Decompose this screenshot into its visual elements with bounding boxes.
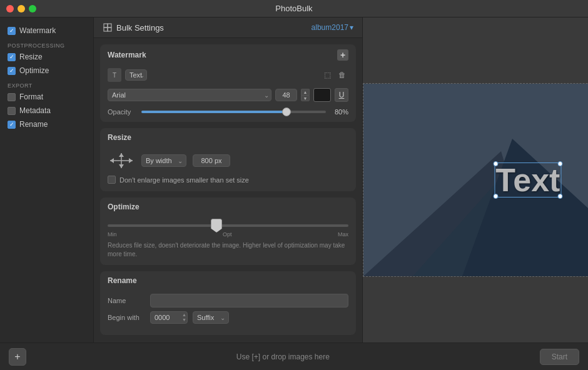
start-button[interactable]: Start bbox=[540, 349, 579, 365]
watermark-label: Watermark bbox=[19, 26, 56, 35]
svg-rect-0 bbox=[104, 24, 108, 28]
svg-marker-7 bbox=[129, 158, 133, 163]
svg-rect-3 bbox=[108, 28, 111, 31]
sidebar-item-resize[interactable]: Resize bbox=[0, 50, 93, 64]
font-size-steppers: ▲ ▼ bbox=[301, 89, 310, 101]
export-header: EXPORT bbox=[0, 78, 93, 90]
suffix-select[interactable]: Suffix bbox=[193, 311, 229, 324]
dont-enlarge-checkbox[interactable] bbox=[108, 176, 116, 184]
optimize-slider-row bbox=[108, 220, 348, 229]
resize-mode-wrapper: By width bbox=[141, 154, 186, 167]
bulk-header-left: Bulk Settings bbox=[103, 22, 164, 32]
watermark-section-title: Watermark + bbox=[100, 44, 356, 66]
dont-enlarge-label: Don't enlarge images smaller than set si… bbox=[119, 176, 249, 184]
rename-checkbox[interactable] bbox=[8, 121, 16, 129]
maximize-button[interactable] bbox=[29, 5, 36, 12]
watermark-preview-text: Text bbox=[495, 162, 560, 198]
sidebar-item-watermark[interactable]: Watermark bbox=[0, 24, 93, 38]
main-content: Watermark POSTPROCESSING Resize Optimize… bbox=[0, 18, 588, 342]
watermark-copy-button[interactable]: ⬚ bbox=[321, 69, 333, 81]
svg-marker-5 bbox=[110, 158, 114, 163]
bulk-settings-header: Bulk Settings album2017 ▾ bbox=[94, 18, 362, 38]
bottom-bar: + Use [+] or drop images here Start bbox=[0, 342, 588, 370]
close-button[interactable] bbox=[6, 5, 14, 12]
resize-inner: By width Don't enlarge images smaller th… bbox=[100, 147, 356, 191]
opacity-value: 80% bbox=[331, 108, 348, 116]
watermark-delete-button[interactable]: 🗑 bbox=[336, 69, 348, 81]
font-select[interactable]: Arial bbox=[108, 89, 271, 101]
opacity-slider[interactable] bbox=[141, 111, 326, 113]
opacity-label: Opacity bbox=[108, 108, 136, 116]
handle-bottom-right[interactable] bbox=[557, 194, 562, 199]
traffic-lights bbox=[6, 5, 36, 12]
watermark-overlay[interactable]: Text bbox=[495, 164, 560, 196]
resize-section-title: Resize bbox=[100, 128, 356, 147]
format-checkbox[interactable] bbox=[8, 93, 16, 101]
preview-image: Text bbox=[363, 83, 588, 277]
font-size-input[interactable] bbox=[275, 89, 297, 101]
rename-inner: Name Begin with ▲ ▼ Suffix bbox=[100, 290, 356, 335]
text-type-icon: T bbox=[108, 68, 121, 82]
watermark-section: Watermark + T Text ⬚ 🗑 bbox=[100, 44, 356, 122]
bulk-settings-title: Bulk Settings bbox=[116, 23, 164, 32]
font-size-up[interactable]: ▲ bbox=[301, 89, 310, 95]
title-bar: PhotoBulk bbox=[0, 0, 588, 18]
add-image-button[interactable]: + bbox=[9, 348, 26, 366]
begin-with-row: Begin with ▲ ▼ Suffix bbox=[108, 311, 348, 324]
font-color-swatch[interactable] bbox=[313, 88, 331, 102]
rename-label: Rename bbox=[19, 120, 48, 129]
center-panel: Bulk Settings album2017 ▾ Watermark + T … bbox=[94, 18, 363, 342]
preview-panel: Text bbox=[363, 18, 588, 342]
name-field-row: Name bbox=[108, 294, 348, 308]
optimize-checkbox[interactable] bbox=[8, 67, 16, 75]
app-title: PhotoBulk bbox=[275, 4, 312, 13]
optimize-section-title: Optimize bbox=[100, 198, 356, 216]
plus-icon: + bbox=[14, 351, 20, 362]
sidebar-item-optimize[interactable]: Optimize bbox=[0, 64, 93, 78]
resize-checkbox[interactable] bbox=[8, 53, 16, 61]
resize-label: Resize bbox=[19, 52, 43, 61]
handle-top-left[interactable] bbox=[493, 161, 498, 166]
optimize-slider[interactable] bbox=[108, 224, 348, 227]
opacity-row: Opacity 80% bbox=[100, 106, 356, 122]
sidebar-item-metadata[interactable]: Metadata bbox=[0, 104, 93, 118]
svg-rect-1 bbox=[108, 24, 111, 28]
resize-arrows-icon bbox=[108, 151, 135, 171]
metadata-checkbox[interactable] bbox=[8, 107, 16, 115]
font-size-down[interactable]: ▼ bbox=[301, 95, 310, 101]
name-input[interactable] bbox=[150, 294, 348, 308]
suffix-wrapper: Suffix bbox=[193, 311, 229, 324]
begin-num-wrapper: ▲ ▼ bbox=[150, 311, 188, 324]
svg-marker-11 bbox=[119, 164, 124, 168]
begin-num-down[interactable]: ▼ bbox=[182, 318, 186, 322]
resize-value-input[interactable] bbox=[193, 154, 230, 167]
minimize-button[interactable] bbox=[18, 5, 25, 12]
optimize-inner: Min Opt Max Reduces file size, doesn't d… bbox=[100, 216, 356, 265]
rename-section-title: Rename bbox=[100, 271, 356, 290]
watermark-type-wrapper: Text bbox=[125, 69, 147, 81]
add-watermark-button[interactable]: + bbox=[337, 49, 348, 61]
handle-bottom-left[interactable] bbox=[493, 194, 498, 199]
watermark-checkbox[interactable] bbox=[8, 27, 16, 35]
sidebar-item-rename[interactable]: Rename bbox=[0, 118, 93, 131]
optimize-label: Optimize bbox=[19, 66, 49, 75]
drop-hint: Use [+] or drop images here bbox=[236, 352, 330, 361]
album-name: album2017 bbox=[312, 23, 348, 32]
resize-section: Resize bbox=[100, 128, 356, 191]
resize-mode-select[interactable]: By width bbox=[141, 154, 186, 167]
format-label: Format bbox=[19, 92, 43, 101]
begin-num-steppers: ▲ ▼ bbox=[182, 312, 186, 322]
dont-enlarge-row: Don't enlarge images smaller than set si… bbox=[108, 176, 348, 184]
optimize-description: Reduces file size, doesn't deteriorate t… bbox=[108, 241, 348, 259]
sidebar-item-format[interactable]: Format bbox=[0, 90, 93, 104]
postprocessing-header: POSTPROCESSING bbox=[0, 38, 93, 50]
watermark-type-row: T Text ⬚ 🗑 bbox=[100, 66, 356, 86]
watermark-type-select[interactable]: Text bbox=[125, 69, 147, 81]
handle-top-right[interactable] bbox=[557, 161, 562, 166]
watermark-actions: ⬚ 🗑 bbox=[321, 69, 348, 81]
chevron-down-icon: ▾ bbox=[350, 23, 353, 32]
underline-button[interactable]: U bbox=[335, 88, 348, 102]
album-selector[interactable]: album2017 ▾ bbox=[312, 23, 353, 32]
begin-num-up[interactable]: ▲ bbox=[182, 312, 186, 318]
svg-rect-2 bbox=[104, 28, 108, 31]
